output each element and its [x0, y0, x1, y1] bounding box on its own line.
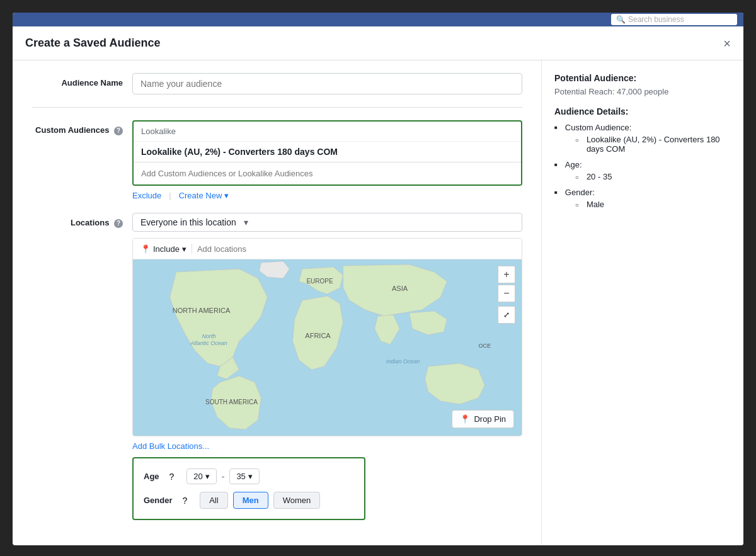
- drop-pin-icon: 📍: [460, 414, 470, 424]
- lookalike-tag: Lookalike: [134, 122, 521, 142]
- map-toolbar: 📍 Include ▾: [133, 239, 522, 259]
- exclude-link[interactable]: Exclude: [132, 191, 161, 200]
- locations-help-icon: ?: [114, 219, 123, 228]
- action-separator: |: [169, 191, 171, 200]
- search-bar[interactable]: 🔍 Search business: [611, 14, 737, 25]
- svg-text:EUROPE: EUROPE: [306, 278, 333, 285]
- form-section: Audience Name Custom Audiences ? Lookali…: [13, 60, 542, 545]
- search-placeholder: Search business: [628, 15, 684, 24]
- custom-audience-sub-item: Lookalike (AU, 2%) - Converters 180 days…: [575, 135, 731, 154]
- gender-label: Gender: [144, 496, 173, 505]
- age-row: Age ? 20 ▾ - 35 ▾: [144, 468, 354, 484]
- create-audience-modal: 🔍 Search business Create a Saved Audienc…: [13, 13, 743, 545]
- modal-title: Create a Saved Audience: [25, 37, 160, 50]
- custom-audience-sub-value: Lookalike (AU, 2%) - Converters 180 days…: [587, 135, 731, 154]
- location-dropdown-chevron-icon: ▾: [244, 217, 248, 227]
- audience-name-row: Audience Name: [32, 73, 522, 94]
- potential-reach-text: Potential Reach: 47,000 people: [554, 87, 731, 96]
- audience-name-label: Audience Name: [32, 73, 132, 88]
- pin-icon: 📍: [140, 244, 151, 254]
- svg-text:ASIA: ASIA: [392, 285, 408, 292]
- create-new-link[interactable]: Create New ▾: [179, 191, 229, 200]
- age-label: Age: [144, 472, 159, 481]
- add-bulk-locations-link[interactable]: Add Bulk Locations...: [132, 441, 522, 451]
- gender-women-button[interactable]: Women: [273, 492, 321, 509]
- include-button[interactable]: 📍 Include ▾: [140, 244, 186, 254]
- gender-sub-item: Male: [575, 200, 604, 209]
- age-max-chevron-icon: ▾: [248, 472, 253, 481]
- audience-actions: Exclude | Create New ▾: [132, 191, 522, 200]
- custom-audiences-control: Lookalike Lookalike (AU, 2%) - Converter…: [132, 120, 522, 200]
- svg-text:OCE: OCE: [479, 343, 491, 349]
- gender-sub-list: Male: [565, 200, 604, 209]
- zoom-in-button[interactable]: +: [498, 266, 515, 283]
- svg-text:Atlantic Ocean: Atlantic Ocean: [190, 340, 227, 346]
- detail-custom-audience: Custom Audience: Lookalike (AU, 2%) - Co…: [554, 123, 731, 156]
- age-detail-value: 20 - 35: [587, 172, 612, 181]
- custom-audiences-help-icon: ?: [114, 127, 123, 135]
- custom-audience-sub-list: Lookalike (AU, 2%) - Converters 180 days…: [565, 135, 731, 154]
- detail-gender: Gender: Male: [554, 188, 731, 212]
- sidebar-section: Potential Audience: Potential Reach: 47,…: [542, 60, 743, 545]
- modal-header: Create a Saved Audience ×: [13, 26, 743, 60]
- create-new-chevron-icon: ▾: [224, 191, 229, 200]
- gender-row: Gender ? All Men Women: [144, 492, 354, 509]
- age-max-select[interactable]: 35 ▾: [229, 468, 259, 484]
- age-gender-box: Age ? 20 ▾ - 35 ▾: [132, 457, 365, 520]
- audience-details-title: Audience Details:: [554, 106, 731, 116]
- world-map-svg: NORTH AMERICA SOUTH AMERICA EUROPE AFRIC…: [133, 259, 522, 436]
- age-sub-item: 20 - 35: [575, 172, 612, 181]
- locations-control: Everyone in this location ▾ 📍 Include ▾: [132, 213, 522, 520]
- custom-audience-detail-label: Custom Audience:: [565, 123, 632, 132]
- age-help-icon: ?: [169, 472, 175, 482]
- top-bar: 🔍 Search business: [13, 13, 743, 26]
- locations-row: Locations ? Everyone in this location ▾: [32, 213, 522, 520]
- custom-audiences-label: Custom Audiences ?: [32, 120, 132, 135]
- age-min-chevron-icon: ▾: [205, 472, 210, 481]
- age-sub-list: 20 - 35: [565, 172, 612, 181]
- map-controls: + − ⤢: [498, 266, 515, 324]
- age-detail-label: Age:: [565, 160, 582, 169]
- audience-add-input[interactable]: [134, 162, 521, 184]
- gender-detail-label: Gender:: [565, 188, 595, 197]
- map-toolbar-separator: [192, 244, 192, 254]
- age-min-value: 20: [193, 472, 202, 481]
- detail-age: Age: 20 - 35: [554, 160, 731, 184]
- age-max-value: 35: [236, 472, 245, 481]
- location-type-label: Everyone in this location: [140, 217, 236, 227]
- svg-text:NORTH AMERICA: NORTH AMERICA: [173, 307, 231, 314]
- location-type-dropdown[interactable]: Everyone in this location ▾: [132, 213, 522, 232]
- svg-text:North: North: [202, 333, 215, 339]
- search-icon: 🔍: [616, 15, 626, 24]
- expand-map-button[interactable]: ⤢: [498, 306, 515, 324]
- gender-detail-value: Male: [587, 200, 604, 209]
- svg-text:AFRICA: AFRICA: [305, 332, 331, 339]
- gender-help-icon: ?: [183, 496, 188, 506]
- drop-pin-label: Drop Pin: [474, 414, 506, 424]
- zoom-out-button[interactable]: −: [498, 285, 515, 302]
- lookalike-selected: Lookalike (AU, 2%) - Converters 180 days…: [134, 142, 521, 162]
- audience-name-control: [132, 73, 522, 94]
- map-container: 📍 Include ▾: [132, 238, 522, 436]
- gender-all-button[interactable]: All: [200, 492, 227, 509]
- include-chevron-icon: ▾: [182, 244, 186, 254]
- close-button[interactable]: ×: [723, 37, 731, 50]
- age-min-select[interactable]: 20 ▾: [186, 468, 216, 484]
- locations-label: Locations ?: [32, 213, 132, 228]
- audience-details-list: Custom Audience: Lookalike (AU, 2%) - Co…: [554, 123, 731, 212]
- svg-text:Indian Ocean: Indian Ocean: [386, 358, 420, 365]
- include-label: Include: [153, 244, 180, 254]
- gender-men-button[interactable]: Men: [233, 492, 268, 509]
- custom-audience-box: Lookalike Lookalike (AU, 2%) - Converter…: [132, 120, 522, 186]
- custom-audiences-row: Custom Audiences ? Lookalike Lookalike (…: [32, 120, 522, 200]
- drop-pin-button[interactable]: 📍 Drop Pin: [452, 410, 514, 428]
- age-dash: -: [222, 472, 225, 482]
- add-locations-input[interactable]: [197, 244, 514, 254]
- map-area: NORTH AMERICA SOUTH AMERICA EUROPE AFRIC…: [133, 259, 522, 436]
- create-new-label: Create New: [179, 191, 222, 200]
- form-divider: [32, 107, 522, 108]
- potential-audience-title: Potential Audience:: [554, 73, 731, 83]
- modal-body: Audience Name Custom Audiences ? Lookali…: [13, 60, 743, 545]
- svg-text:SOUTH AMERICA: SOUTH AMERICA: [205, 399, 258, 406]
- audience-name-input[interactable]: [132, 73, 522, 94]
